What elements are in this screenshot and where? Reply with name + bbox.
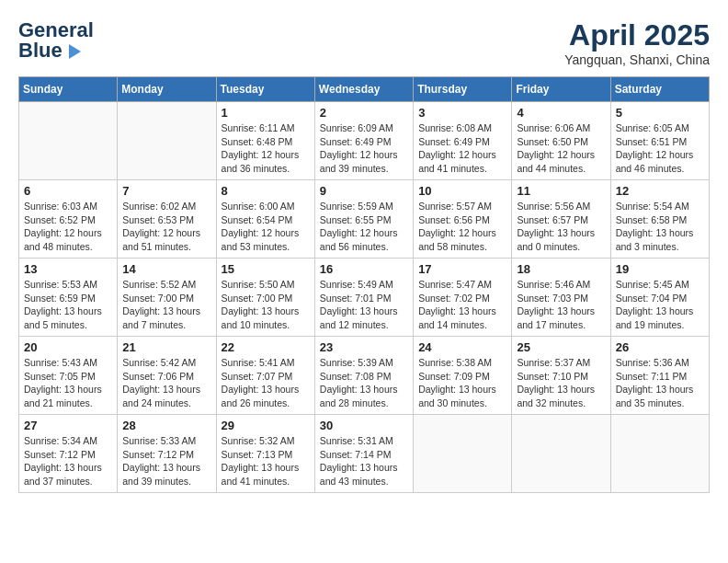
day-info: Sunrise: 5:39 AM Sunset: 7:08 PM Dayligh…: [320, 356, 408, 410]
weekday-header-tuesday: Tuesday: [216, 77, 314, 102]
day-info: Sunrise: 5:50 AM Sunset: 7:00 PM Dayligh…: [222, 278, 310, 332]
day-number: 30: [320, 419, 408, 432]
calendar-cell: 23Sunrise: 5:39 AM Sunset: 7:08 PM Dayli…: [314, 337, 413, 415]
day-number: 19: [616, 262, 704, 276]
calendar-cell: 14Sunrise: 5:52 AM Sunset: 7:00 PM Dayli…: [118, 259, 216, 337]
day-number: 23: [320, 340, 408, 354]
calendar-cell: 18Sunrise: 5:46 AM Sunset: 7:03 PM Dayli…: [512, 259, 610, 337]
day-number: 25: [517, 340, 605, 354]
day-number: 20: [24, 340, 112, 354]
day-info: Sunrise: 5:37 AM Sunset: 7:10 PM Dayligh…: [517, 356, 605, 410]
day-info: Sunrise: 6:11 AM Sunset: 6:48 PM Dayligh…: [222, 121, 310, 176]
day-number: 3: [418, 106, 506, 120]
calendar-cell: 28Sunrise: 5:33 AM Sunset: 7:12 PM Dayli…: [118, 415, 216, 493]
day-number: 24: [418, 340, 506, 354]
day-info: Sunrise: 5:36 AM Sunset: 7:11 PM Dayligh…: [616, 356, 704, 410]
logo-blue: Blue: [18, 39, 94, 63]
day-number: 8: [222, 184, 310, 198]
week-row-5: 27Sunrise: 5:34 AM Sunset: 7:12 PM Dayli…: [19, 415, 710, 493]
calendar-cell: 21Sunrise: 5:42 AM Sunset: 7:06 PM Dayli…: [118, 337, 216, 415]
calendar-cell: 1Sunrise: 6:11 AM Sunset: 6:48 PM Daylig…: [216, 102, 314, 180]
calendar-cell: 25Sunrise: 5:37 AM Sunset: 7:10 PM Dayli…: [512, 337, 610, 415]
calendar-table: SundayMondayTuesdayWednesdayThursdayFrid…: [18, 76, 710, 493]
calendar-cell: 30Sunrise: 5:31 AM Sunset: 7:14 PM Dayli…: [314, 415, 413, 493]
calendar-cell: [610, 415, 709, 493]
calendar-cell: [19, 102, 118, 180]
day-number: 5: [616, 106, 704, 120]
calendar-cell: 15Sunrise: 5:50 AM Sunset: 7:00 PM Dayli…: [216, 259, 314, 337]
calendar-cell: 2Sunrise: 6:09 AM Sunset: 6:49 PM Daylig…: [314, 102, 413, 180]
week-row-4: 20Sunrise: 5:43 AM Sunset: 7:05 PM Dayli…: [19, 337, 710, 415]
day-info: Sunrise: 6:03 AM Sunset: 6:52 PM Dayligh…: [24, 200, 112, 254]
calendar-cell: 27Sunrise: 5:34 AM Sunset: 7:12 PM Dayli…: [19, 415, 118, 493]
week-row-2: 6Sunrise: 6:03 AM Sunset: 6:52 PM Daylig…: [19, 180, 710, 259]
day-info: Sunrise: 5:47 AM Sunset: 7:02 PM Dayligh…: [418, 278, 506, 332]
day-info: Sunrise: 6:02 AM Sunset: 6:53 PM Dayligh…: [122, 200, 210, 254]
calendar-cell: 19Sunrise: 5:45 AM Sunset: 7:04 PM Dayli…: [610, 259, 709, 337]
weekday-header-friday: Friday: [512, 77, 610, 102]
day-info: Sunrise: 5:32 AM Sunset: 7:13 PM Dayligh…: [222, 434, 310, 488]
logo-text: GeneralBlue: [18, 18, 94, 63]
weekday-header-thursday: Thursday: [414, 77, 512, 102]
page-header: GeneralBlue April 2025 Yangquan, Shanxi,…: [18, 18, 710, 67]
day-info: Sunrise: 5:34 AM Sunset: 7:12 PM Dayligh…: [24, 434, 112, 488]
calendar-cell: [414, 415, 512, 493]
calendar-cell: 5Sunrise: 6:05 AM Sunset: 6:51 PM Daylig…: [610, 102, 709, 180]
day-info: Sunrise: 5:43 AM Sunset: 7:05 PM Dayligh…: [24, 356, 112, 410]
calendar-cell: 26Sunrise: 5:36 AM Sunset: 7:11 PM Dayli…: [610, 337, 709, 415]
day-info: Sunrise: 5:57 AM Sunset: 6:56 PM Dayligh…: [418, 200, 506, 254]
day-info: Sunrise: 5:42 AM Sunset: 7:06 PM Dayligh…: [122, 356, 210, 410]
calendar-cell: 6Sunrise: 6:03 AM Sunset: 6:52 PM Daylig…: [19, 180, 118, 259]
day-info: Sunrise: 5:33 AM Sunset: 7:12 PM Dayligh…: [122, 434, 210, 488]
weekday-header-saturday: Saturday: [610, 77, 709, 102]
title-block: April 2025 Yangquan, Shanxi, China: [564, 18, 710, 67]
weekday-header-sunday: Sunday: [19, 77, 118, 102]
day-number: 6: [24, 184, 112, 198]
day-info: Sunrise: 5:46 AM Sunset: 7:03 PM Dayligh…: [517, 278, 605, 332]
weekday-header-wednesday: Wednesday: [314, 77, 413, 102]
day-number: 9: [320, 184, 408, 198]
calendar-cell: 16Sunrise: 5:49 AM Sunset: 7:01 PM Dayli…: [314, 259, 413, 337]
day-info: Sunrise: 6:05 AM Sunset: 6:51 PM Dayligh…: [616, 121, 704, 176]
calendar-cell: 7Sunrise: 6:02 AM Sunset: 6:53 PM Daylig…: [118, 180, 216, 259]
week-row-3: 13Sunrise: 5:53 AM Sunset: 6:59 PM Dayli…: [19, 259, 710, 337]
day-number: 12: [616, 184, 704, 198]
day-info: Sunrise: 5:53 AM Sunset: 6:59 PM Dayligh…: [24, 278, 112, 332]
calendar-cell: 22Sunrise: 5:41 AM Sunset: 7:07 PM Dayli…: [216, 337, 314, 415]
day-info: Sunrise: 6:08 AM Sunset: 6:49 PM Dayligh…: [418, 121, 506, 176]
weekday-header-monday: Monday: [118, 77, 216, 102]
day-number: 7: [122, 184, 210, 198]
calendar-cell: 3Sunrise: 6:08 AM Sunset: 6:49 PM Daylig…: [414, 102, 512, 180]
calendar-cell: [118, 102, 216, 180]
day-number: 16: [320, 262, 408, 276]
calendar-cell: 9Sunrise: 5:59 AM Sunset: 6:55 PM Daylig…: [314, 180, 413, 259]
calendar-cell: 20Sunrise: 5:43 AM Sunset: 7:05 PM Dayli…: [19, 337, 118, 415]
day-number: 1: [222, 106, 310, 120]
day-info: Sunrise: 5:38 AM Sunset: 7:09 PM Dayligh…: [418, 356, 506, 410]
calendar-cell: 24Sunrise: 5:38 AM Sunset: 7:09 PM Dayli…: [414, 337, 512, 415]
location-label: Yangquan, Shanxi, China: [564, 52, 710, 67]
weekday-header-row: SundayMondayTuesdayWednesdayThursdayFrid…: [19, 77, 710, 102]
calendar-cell: 17Sunrise: 5:47 AM Sunset: 7:02 PM Dayli…: [414, 259, 512, 337]
calendar-cell: 11Sunrise: 5:56 AM Sunset: 6:57 PM Dayli…: [512, 180, 610, 259]
calendar-cell: 4Sunrise: 6:06 AM Sunset: 6:50 PM Daylig…: [512, 102, 610, 180]
day-info: Sunrise: 5:45 AM Sunset: 7:04 PM Dayligh…: [616, 278, 704, 332]
day-number: 29: [222, 419, 310, 432]
logo-arrow-icon: [69, 44, 81, 59]
day-number: 17: [418, 262, 506, 276]
day-number: 4: [517, 106, 605, 120]
day-number: 13: [24, 262, 112, 276]
day-info: Sunrise: 5:54 AM Sunset: 6:58 PM Dayligh…: [616, 200, 704, 254]
day-info: Sunrise: 6:00 AM Sunset: 6:54 PM Dayligh…: [222, 200, 310, 254]
logo: GeneralBlue: [18, 18, 94, 63]
calendar-cell: 8Sunrise: 6:00 AM Sunset: 6:54 PM Daylig…: [216, 180, 314, 259]
day-info: Sunrise: 5:52 AM Sunset: 7:00 PM Dayligh…: [122, 278, 210, 332]
calendar-cell: [512, 415, 610, 493]
day-number: 15: [222, 262, 310, 276]
day-info: Sunrise: 6:09 AM Sunset: 6:49 PM Dayligh…: [320, 121, 408, 176]
calendar-cell: 10Sunrise: 5:57 AM Sunset: 6:56 PM Dayli…: [414, 180, 512, 259]
calendar-cell: 29Sunrise: 5:32 AM Sunset: 7:13 PM Dayli…: [216, 415, 314, 493]
day-info: Sunrise: 5:41 AM Sunset: 7:07 PM Dayligh…: [222, 356, 310, 410]
day-info: Sunrise: 6:06 AM Sunset: 6:50 PM Dayligh…: [517, 121, 605, 176]
day-info: Sunrise: 5:49 AM Sunset: 7:01 PM Dayligh…: [320, 278, 408, 332]
